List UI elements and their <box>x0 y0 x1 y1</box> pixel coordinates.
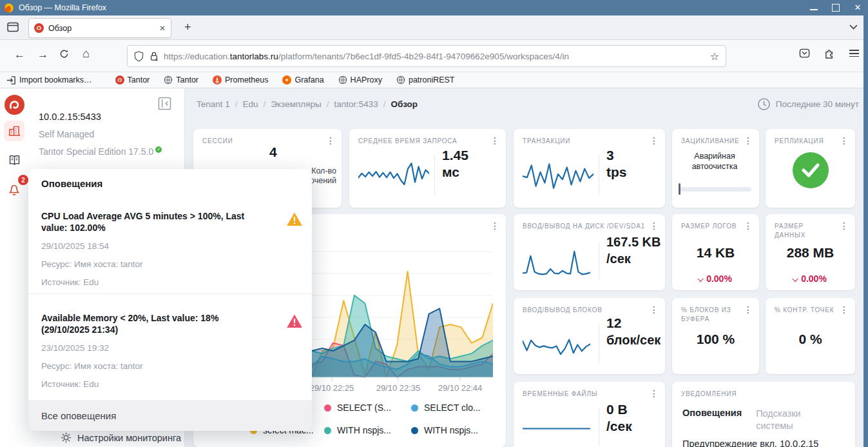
alert-title[interactable]: Available Memory < 20%, Last value: 18% … <box>41 312 260 335</box>
home-button[interactable]: ⌂ <box>82 47 90 61</box>
notification-message[interactable]: Предупреждение вкл. 10.0.2.15 <box>682 439 818 447</box>
window-border <box>863 0 868 447</box>
legend-dot-icon <box>324 427 331 434</box>
pocket-icon[interactable] <box>799 48 810 59</box>
legend-dot-icon <box>411 427 418 434</box>
forward-button[interactable]: → <box>37 48 48 61</box>
card-checkpoints: % КОНТР. ТОЧЕК ⋮ 0 % <box>766 298 855 374</box>
url-bar[interactable]: https://education.tantorlabs.ru/platform… <box>127 45 726 67</box>
browser-tab[interactable]: Обзор ✕ <box>28 18 171 38</box>
card-avg-query-time: СРЕДНЕЕ ВРЕМЯ ЗАПРОСА ⋮ 1.45 мс <box>349 129 506 208</box>
tab-close-icon[interactable]: ✕ <box>159 24 166 33</box>
all-alerts-button[interactable]: Все оповещения <box>28 400 312 431</box>
breadcrumb-tenant[interactable]: Tenant 1 <box>197 99 230 109</box>
bookmark-tantor[interactable]: Tantor <box>115 75 150 84</box>
lock-icon[interactable] <box>149 51 159 61</box>
kebab-menu-icon[interactable]: ⋮ <box>326 135 335 146</box>
tab-alerts[interactable]: Оповещения <box>682 408 742 432</box>
kebab-menu-icon[interactable]: ⋮ <box>744 135 753 146</box>
url-fade <box>661 48 706 65</box>
kebab-menu-icon[interactable]: ⋮ <box>840 135 849 146</box>
bookmark-prometheus[interactable]: Prometheus <box>213 75 268 84</box>
shield-icon[interactable] <box>134 51 144 62</box>
card-title: % КОНТР. ТОЧЕК <box>775 306 836 315</box>
url-text[interactable]: https://education.tantorlabs.ru/platform… <box>164 52 708 61</box>
breadcrumb-workspace[interactable]: Edu <box>243 99 258 109</box>
new-tab-button[interactable]: + <box>184 21 191 34</box>
kebab-menu-icon[interactable]: ⋮ <box>840 304 849 315</box>
kebab-menu-icon[interactable]: ⋮ <box>490 135 499 146</box>
legend-item[interactable]: SELECT clo... <box>411 402 481 413</box>
monitoring-settings-item[interactable]: Настройки мониторинга <box>61 432 181 443</box>
window-title: Обзор — Mozilla Firefox <box>19 3 106 12</box>
alert-title[interactable]: CPU Load Average AVG 5 minutes > 100%, L… <box>41 210 260 233</box>
prometheus-icon <box>213 75 222 84</box>
warning-triangle-icon <box>286 212 303 227</box>
card-title: СРЕДНЕЕ ВРЕМЯ ЗАПРОСА <box>358 137 487 146</box>
app-header: Tenant 1/ Edu/ Экземпляры/ tantor:5433/ … <box>185 88 868 123</box>
sessions-value: 4 <box>269 144 277 160</box>
transactions-value: 3 tps <box>606 147 627 181</box>
firefox-logo-icon <box>4 3 14 13</box>
tab-favicon-tantor-icon <box>34 23 44 33</box>
kebab-menu-icon[interactable]: ⋮ <box>650 135 659 146</box>
breadcrumb-instance[interactable]: tantor:5433 <box>334 99 378 109</box>
card-buffer-blocks: % БЛОКОВ ИЗ БУФЕРА ⋮ 100 % <box>672 298 759 374</box>
kebab-menu-icon[interactable]: ⋮ <box>650 388 659 399</box>
bookmark-patronirest[interactable]: patroniREST <box>396 75 455 84</box>
list-all-tabs-chevron-icon[interactable] <box>849 25 858 30</box>
legend-item[interactable]: WITH nspjs... <box>324 425 391 435</box>
bookmark-tantor-2[interactable]: Tantor <box>164 75 198 84</box>
legend-item[interactable]: WITH nspjs... <box>411 425 478 435</box>
reload-icon[interactable] <box>59 49 69 59</box>
window-maximize-button[interactable] <box>832 4 840 12</box>
card-title: ВВОД/ВЫВОД БЛОКОВ <box>523 306 646 315</box>
tab-system-hints[interactable]: Подсказки системы <box>756 408 818 432</box>
sidebar-item-docs[interactable] <box>4 150 24 170</box>
kebab-menu-icon[interactable]: ⋮ <box>490 221 499 231</box>
temp-files-value: 0 В /сек <box>606 401 632 435</box>
bookmark-haproxy[interactable]: HAProxy <box>338 75 382 84</box>
sidebar-rail: 2 <box>0 88 28 447</box>
url-domain: tantorlabs.ru <box>230 52 278 61</box>
time-range-selector[interactable]: Последние 30 минут <box>757 97 859 111</box>
sidebar-item-instances[interactable] <box>4 121 24 141</box>
disk-io-sparkline <box>523 245 590 279</box>
firefox-view-icon[interactable] <box>6 21 21 35</box>
extensions-icon[interactable] <box>824 48 835 59</box>
avg-query-value: 1.45 мс <box>442 147 468 181</box>
bookmark-star-icon[interactable]: ☆ <box>710 50 719 63</box>
critical-triangle-icon <box>286 313 303 329</box>
card-data-size: РАЗМЕР ДАННЫХ ⋮ 288 MB 0.00% <box>766 214 855 290</box>
back-button[interactable]: ← <box>14 48 25 61</box>
disk-io-value: 167.5 KB /сек <box>606 233 661 267</box>
kebab-menu-icon[interactable]: ⋮ <box>840 221 849 231</box>
breadcrumb-overview: Обзор <box>391 99 418 109</box>
menu-hamburger-icon[interactable] <box>849 48 859 59</box>
window-close-button[interactable]: ✕ <box>854 4 862 12</box>
kebab-menu-icon[interactable]: ⋮ <box>744 304 753 315</box>
kebab-menu-icon[interactable]: ⋮ <box>650 304 659 315</box>
alert-source: Источник: Edu <box>41 277 99 287</box>
kebab-menu-icon[interactable]: ⋮ <box>744 221 753 231</box>
bookmark-grafana[interactable]: Grafana <box>282 75 323 84</box>
window-minimize-button[interactable] <box>810 4 818 12</box>
wraparound-label: Аварийная автоочистка <box>681 151 748 172</box>
collapse-panel-icon[interactable] <box>158 97 171 110</box>
data-size-value: 288 MB <box>766 245 855 261</box>
legend-item[interactable]: SELECT (S... <box>324 402 391 413</box>
bookmark-import[interactable]: Import bookmarks… <box>6 75 92 85</box>
checkpoints-value: 0 % <box>766 332 855 347</box>
card-wraparound: ЗАЦИКЛИВАНИЕ ⋮ Аварийная автоочистка <box>672 129 759 208</box>
globe-icon <box>338 75 347 84</box>
tantor-logo-icon[interactable] <box>4 94 24 115</box>
docs-book-icon <box>8 154 21 167</box>
grafana-icon <box>282 75 291 84</box>
breadcrumb-instances[interactable]: Экземпляры <box>271 99 321 109</box>
card-temp-files: ВРЕМЕННЫЕ ФАЙЛЫ ⋮ 0 В /сек <box>514 382 665 447</box>
tab-strip: Обзор ✕ + <box>0 15 868 40</box>
alerts-bell-icon[interactable]: 2 <box>4 179 24 199</box>
instance-address: 10.0.2.15:5433 <box>39 112 101 122</box>
bell-badge: 2 <box>18 175 28 185</box>
kebab-menu-icon[interactable]: ⋮ <box>650 221 659 231</box>
